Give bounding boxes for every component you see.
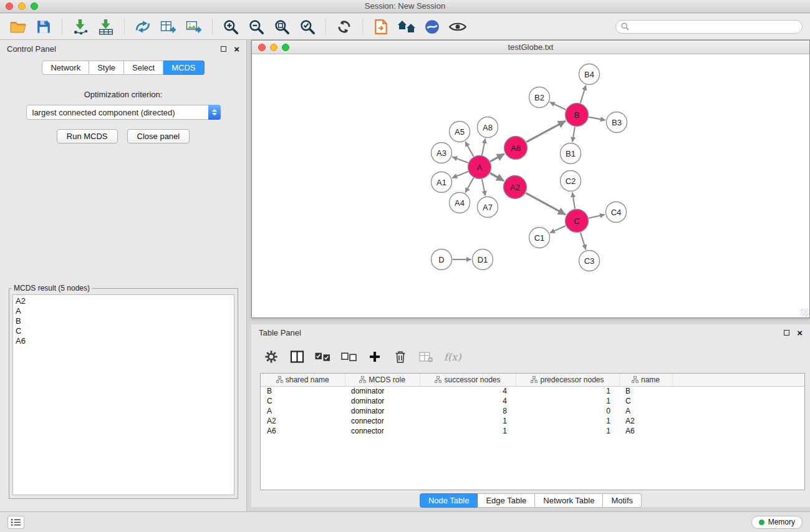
minimize-window-button[interactable] xyxy=(18,2,26,10)
table-cell[interactable]: 1 xyxy=(516,396,619,406)
graph-node-B3[interactable]: B3 xyxy=(607,112,627,133)
save-session-icon[interactable] xyxy=(33,16,54,37)
mcds-result-list[interactable]: A2ABCA6 xyxy=(12,294,234,495)
graph-node-D[interactable]: D xyxy=(432,249,452,270)
network-zoom-button[interactable] xyxy=(282,44,289,51)
result-item[interactable]: B xyxy=(16,316,231,326)
network-canvas[interactable]: AA1A2A3A4A5A6A7A8BB1B2B3B4CC1C2C3C4DD1 xyxy=(252,54,809,317)
graph-edge-B-B4[interactable] xyxy=(581,85,586,104)
graph-edge-A-A1[interactable] xyxy=(452,172,468,178)
deselect-all-icon[interactable] xyxy=(341,348,357,365)
table-cell[interactable]: A xyxy=(619,406,672,416)
close-table-panel-icon[interactable]: × xyxy=(797,328,803,337)
graph-edge-C-C3[interactable] xyxy=(581,233,586,250)
import-network-icon[interactable] xyxy=(70,16,91,37)
graph-node-B4[interactable]: B4 xyxy=(579,64,600,85)
graph-node-A3[interactable]: A3 xyxy=(432,143,452,163)
select-all-icon[interactable] xyxy=(315,348,330,365)
tab-network[interactable]: Network xyxy=(42,60,89,75)
graph-node-B2[interactable]: B2 xyxy=(529,87,550,108)
graph-node-C4[interactable]: C4 xyxy=(606,202,627,223)
float-panel-icon[interactable] xyxy=(221,46,226,52)
zoom-out-icon[interactable] xyxy=(246,16,267,37)
resize-grip[interactable] xyxy=(801,309,809,317)
eye-icon[interactable] xyxy=(447,16,468,37)
result-item[interactable]: A xyxy=(16,306,231,316)
zoom-fit-icon[interactable] xyxy=(271,16,292,37)
tab-network-table[interactable]: Network Table xyxy=(535,493,603,508)
column-header-predecessor-nodes[interactable]: predecessor nodes xyxy=(516,374,619,386)
graph-edge-B-B2[interactable] xyxy=(550,102,566,110)
float-table-panel-icon[interactable] xyxy=(784,330,789,336)
graph-node-D1[interactable]: D1 xyxy=(473,249,493,270)
search-box[interactable] xyxy=(615,20,803,34)
table-cell[interactable]: 1 xyxy=(420,426,516,436)
table-cell[interactable]: A2 xyxy=(619,416,672,426)
tab-node-table[interactable]: Node Table xyxy=(420,493,478,508)
home-network-icon[interactable] xyxy=(396,16,417,37)
columns-icon[interactable] xyxy=(289,348,304,365)
close-window-button[interactable] xyxy=(6,2,13,10)
ndex-document-icon[interactable] xyxy=(370,16,392,37)
diffusion-icon[interactable] xyxy=(422,16,443,37)
table-cell[interactable]: A6 xyxy=(261,426,345,436)
table-cell[interactable]: A xyxy=(261,406,345,416)
memory-button[interactable]: Memory xyxy=(751,516,803,529)
refresh-icon[interactable] xyxy=(334,16,355,37)
search-input[interactable] xyxy=(632,22,797,31)
node-table[interactable]: shared nameMCDS rolesuccessor nodesprede… xyxy=(260,373,805,490)
graph-edge-A-A7[interactable] xyxy=(482,179,485,196)
table-row[interactable]: A6connector11A6 xyxy=(261,426,804,436)
table-row[interactable]: Adominator80A xyxy=(261,406,804,416)
graph-edge-A-A4[interactable] xyxy=(465,178,473,193)
column-header-MCDS-role[interactable]: MCDS role xyxy=(345,374,420,386)
graph-node-A5[interactable]: A5 xyxy=(450,122,470,142)
graph-edge-A-A8[interactable] xyxy=(482,138,485,155)
table-cell[interactable]: B xyxy=(261,386,345,396)
delete-table-icon[interactable] xyxy=(418,348,433,365)
graph-node-A6[interactable]: A6 xyxy=(504,137,528,160)
tab-edge-table[interactable]: Edge Table xyxy=(478,493,535,508)
close-panel-button[interactable]: Close panel xyxy=(127,129,190,143)
graph-edge-B-B1[interactable] xyxy=(572,127,575,142)
table-cell[interactable]: dominator xyxy=(345,386,420,396)
tab-mcds[interactable]: MCDS xyxy=(163,60,204,75)
gear-icon[interactable] xyxy=(264,348,279,365)
zoom-in-icon[interactable] xyxy=(220,16,241,37)
graph-edge-A-A6[interactable] xyxy=(490,154,504,162)
table-cell[interactable]: A6 xyxy=(619,426,672,436)
network-minimize-button[interactable] xyxy=(270,44,277,51)
tab-motifs[interactable]: Motifs xyxy=(603,493,642,508)
graph-edge-A2-C[interactable] xyxy=(526,193,566,215)
table-cell[interactable]: 1 xyxy=(420,416,516,426)
column-header-shared-name[interactable]: shared name xyxy=(261,374,345,386)
graph-node-A[interactable]: A xyxy=(468,156,491,179)
trash-icon[interactable] xyxy=(393,348,408,365)
table-cell[interactable]: A2 xyxy=(261,416,345,426)
zoom-window-button[interactable] xyxy=(31,2,38,10)
close-panel-icon[interactable]: × xyxy=(234,44,239,54)
criterion-dropdown[interactable]: largest connected component (directed) xyxy=(26,105,221,120)
table-cell[interactable]: 0 xyxy=(516,406,619,416)
table-cell[interactable]: C xyxy=(619,396,672,406)
graph-node-C1[interactable]: C1 xyxy=(529,228,550,248)
graph-node-C[interactable]: C xyxy=(566,210,589,233)
export-table-icon[interactable] xyxy=(158,16,179,37)
add-icon[interactable] xyxy=(367,348,382,365)
network-close-button[interactable] xyxy=(258,44,266,51)
open-file-icon[interactable] xyxy=(7,16,29,37)
graph-node-C2[interactable]: C2 xyxy=(561,171,581,191)
graph-node-A7[interactable]: A7 xyxy=(478,197,498,218)
table-cell[interactable]: 1 xyxy=(516,416,619,426)
table-cell[interactable]: C xyxy=(261,396,345,406)
import-table-icon[interactable] xyxy=(95,16,117,37)
column-header-name[interactable]: name xyxy=(619,374,672,386)
export-network-icon[interactable] xyxy=(132,16,153,37)
table-cell[interactable]: 4 xyxy=(420,396,516,406)
table-cell[interactable]: 1 xyxy=(516,386,619,396)
column-header-successor-nodes[interactable]: successor nodes xyxy=(420,374,516,386)
graph-node-C3[interactable]: C3 xyxy=(579,251,600,271)
graph-edge-C-C2[interactable] xyxy=(572,192,575,208)
zoom-selected-icon[interactable] xyxy=(297,16,318,37)
result-item[interactable]: A2 xyxy=(16,296,231,306)
